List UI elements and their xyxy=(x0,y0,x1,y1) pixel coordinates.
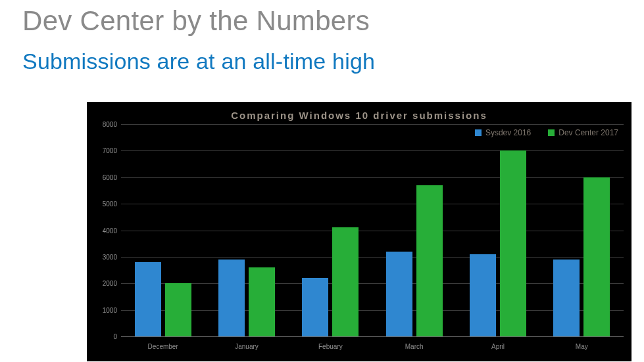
y-axis-tick-label: 5000 xyxy=(95,200,117,208)
bar xyxy=(386,252,412,336)
x-axis-tick-label: March xyxy=(372,343,456,350)
bar-group: April xyxy=(456,124,539,336)
y-axis-tick-label: 0 xyxy=(95,333,117,340)
bar xyxy=(500,150,526,336)
chart-container: Comparing Windows 10 driver submissions … xyxy=(87,102,632,361)
x-axis-tick-label: Febuary xyxy=(289,343,372,350)
bar-groups: DecemberJanuaryFebuaryMarchAprilMay xyxy=(121,124,624,336)
x-axis-line xyxy=(121,336,624,337)
x-axis-tick-label: May xyxy=(540,343,624,350)
page-title: Dev Center by the Numbers xyxy=(0,0,644,37)
bar-group: January xyxy=(205,124,288,336)
bar xyxy=(332,227,359,336)
bar xyxy=(553,260,580,336)
bar xyxy=(249,267,275,336)
y-axis-tick-label: 2000 xyxy=(95,280,117,287)
y-axis-tick-label: 4000 xyxy=(95,227,117,234)
bar xyxy=(470,254,496,336)
bar xyxy=(165,283,191,336)
bar-group: March xyxy=(372,124,456,336)
x-axis-tick-label: December xyxy=(121,343,205,350)
page-subtitle: Submissions are at an all-time high xyxy=(0,37,644,74)
bar xyxy=(416,185,443,336)
bar xyxy=(302,278,328,336)
y-axis-tick-label: 1000 xyxy=(95,306,117,313)
bar xyxy=(218,260,245,336)
bar-group: Febuary xyxy=(289,124,372,336)
y-axis-tick-label: 6000 xyxy=(95,173,117,181)
chart-plot-area: 010002000300040005000600070008000Decembe… xyxy=(121,124,624,336)
chart-title: Comparing Windows 10 driver submissions xyxy=(87,110,632,121)
y-axis-tick-label: 7000 xyxy=(95,147,117,154)
y-axis-tick-label: 8000 xyxy=(95,121,117,128)
y-axis-tick-label: 3000 xyxy=(95,253,117,260)
bar xyxy=(135,262,161,336)
x-axis-tick-label: April xyxy=(456,343,539,350)
bar-group: December xyxy=(121,124,205,336)
bar-group: May xyxy=(540,124,624,336)
bar xyxy=(583,177,610,336)
x-axis-tick-label: January xyxy=(205,343,288,350)
